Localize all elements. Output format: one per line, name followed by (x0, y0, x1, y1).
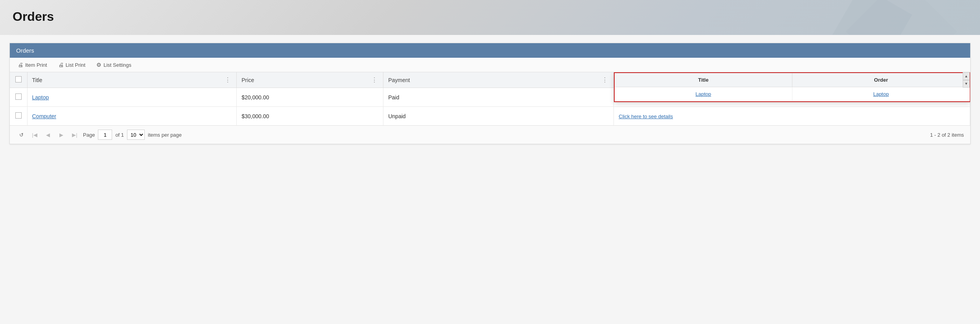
row2-title-cell: Computer (27, 107, 237, 126)
row2-checkbox[interactable] (15, 112, 22, 119)
toolbar: 🖨 Item Print 🖨 List Print ⚙ List Setting… (10, 58, 970, 72)
popup-th-title: Title (615, 73, 792, 87)
payment-col-menu-icon[interactable]: ⋮ (601, 76, 609, 84)
popup-title-laptop: Laptop (615, 87, 792, 101)
page-input[interactable] (98, 130, 112, 140)
see-details-link[interactable]: Click here to see details (619, 113, 673, 119)
row1-checkbox[interactable] (15, 93, 22, 100)
orders-panel: Orders 🖨 Item Print 🖨 List Print ⚙ List … (9, 43, 971, 144)
price-col-menu-icon[interactable]: ⋮ (370, 76, 378, 84)
table-header-row: Title ⋮ Price ⋮ Payment (10, 72, 970, 88)
popup-data-row-0: Laptop Laptop (615, 87, 970, 101)
th-payment-label: Payment (388, 77, 410, 83)
product-popup: Title Order Laptop Laptop (614, 72, 970, 102)
page-header: Orders (0, 0, 980, 35)
popup-header-row: Title Order (615, 73, 970, 87)
popup-order-link[interactable]: Laptop (873, 91, 889, 97)
page-label: Page (83, 132, 95, 138)
row2-price-cell: $30,000.00 (237, 107, 383, 126)
row1-title-link[interactable]: Laptop (32, 94, 49, 101)
list-print-button[interactable]: 🖨 List Print (57, 61, 87, 69)
popup-order-laptop: Laptop (792, 87, 970, 101)
first-page-icon: |◀ (32, 132, 37, 138)
th-checkbox (10, 72, 27, 88)
row2-checkbox-cell (10, 107, 27, 126)
row1-checkbox-cell (10, 88, 27, 107)
first-page-button[interactable]: |◀ (29, 130, 40, 140)
row2-title-link[interactable]: Computer (32, 113, 56, 119)
th-payment: Payment ⋮ (383, 72, 614, 88)
item-print-button[interactable]: 🖨 Item Print (16, 61, 49, 69)
pagination: ↺ |◀ ◀ ▶ ▶| Page of 1 10 (10, 125, 970, 144)
prev-page-button[interactable]: ◀ (43, 130, 53, 140)
row2-product-cell: Click here to see details (614, 107, 970, 126)
pagination-controls: ↺ |◀ ◀ ▶ ▶| Page of 1 10 (16, 130, 182, 140)
th-product: Product ⋮ Title Order (614, 72, 970, 88)
last-page-button[interactable]: ▶| (70, 130, 80, 140)
table-container: Title ⋮ Price ⋮ Payment (10, 72, 970, 125)
row2-payment-cell: Unpaid (383, 107, 614, 126)
of-label: of 1 (115, 132, 124, 138)
popup-scroll-down-arrow[interactable]: ▼ (963, 80, 970, 88)
list-settings-icon: ⚙ (96, 62, 101, 68)
last-page-icon: ▶| (72, 132, 77, 138)
title-col-menu-icon[interactable]: ⋮ (224, 76, 232, 84)
pagination-summary: 1 - 2 of 2 items (930, 132, 964, 138)
th-title-label: Title (32, 77, 42, 83)
item-print-icon: 🖨 (18, 62, 23, 68)
row1-title-cell: Laptop (27, 88, 237, 107)
select-all-checkbox[interactable] (15, 76, 22, 82)
popup-title-link[interactable]: Laptop (696, 91, 711, 97)
table-row: Computer $30,000.00 Unpaid Click here to… (10, 107, 970, 126)
row1-price-cell: $20,000.00 (237, 88, 383, 107)
next-page-button[interactable]: ▶ (56, 130, 66, 140)
popup-scroll-up-arrow[interactable]: ▲ (963, 72, 970, 80)
items-per-page-label: items per page (148, 132, 182, 138)
refresh-button[interactable]: ↺ (16, 130, 26, 140)
th-title: Title ⋮ (27, 72, 237, 88)
panel-header: Orders (10, 43, 970, 58)
th-price-label: Price (241, 77, 254, 83)
orders-table: Title ⋮ Price ⋮ Payment (10, 72, 970, 125)
page-title: Orders (13, 9, 967, 24)
th-price: Price ⋮ (237, 72, 383, 88)
row1-payment-cell: Paid (383, 88, 614, 107)
popup-th-order: Order (792, 73, 970, 87)
list-settings-button[interactable]: ⚙ List Settings (95, 61, 133, 69)
next-page-icon: ▶ (59, 132, 63, 138)
list-print-icon: 🖨 (58, 62, 64, 68)
prev-page-icon: ◀ (46, 132, 50, 138)
content-area: Orders 🖨 Item Print 🖨 List Print ⚙ List … (0, 35, 980, 152)
per-page-select[interactable]: 10 25 50 (127, 130, 145, 140)
refresh-icon: ↺ (19, 132, 24, 138)
